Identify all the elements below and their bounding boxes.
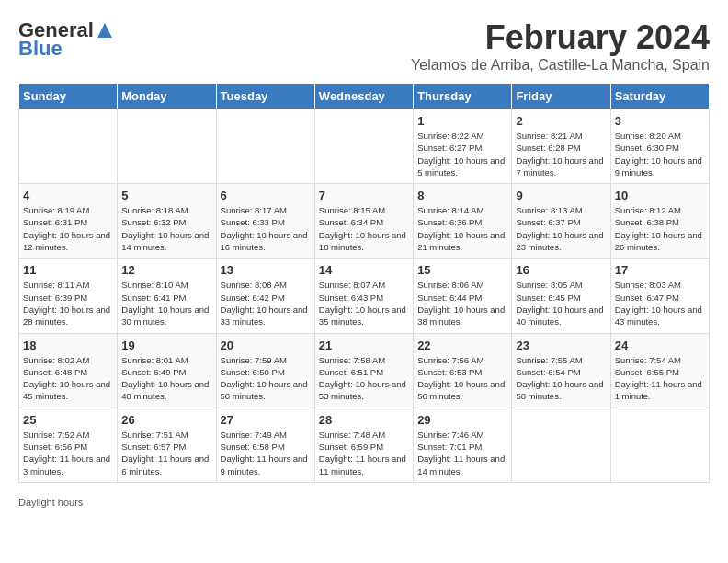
day-number: 15 — [417, 263, 507, 277]
calendar-cell: 18Sunrise: 8:02 AM Sunset: 6:48 PM Dayli… — [19, 333, 118, 408]
day-number: 25 — [23, 413, 113, 427]
day-number: 5 — [121, 189, 211, 202]
day-info: Sunrise: 7:49 AM Sunset: 6:58 PM Dayligh… — [221, 429, 311, 477]
day-info: Sunrise: 7:52 AM Sunset: 6:56 PM Dayligh… — [23, 429, 113, 477]
day-info: Sunrise: 8:02 AM Sunset: 6:48 PM Dayligh… — [23, 354, 113, 403]
week-row-4: 25Sunrise: 7:52 AM Sunset: 6:56 PM Dayli… — [19, 408, 710, 482]
calendar-cell — [610, 408, 709, 482]
calendar-cell: 25Sunrise: 7:52 AM Sunset: 6:56 PM Dayli… — [19, 408, 118, 482]
day-number: 4 — [23, 189, 113, 202]
calendar-cell: 28Sunrise: 7:48 AM Sunset: 6:59 PM Dayli… — [314, 408, 413, 482]
day-number: 20 — [221, 339, 311, 352]
day-number: 24 — [615, 339, 705, 352]
day-header-tuesday: Tuesday — [216, 84, 314, 109]
day-info: Sunrise: 8:12 AM Sunset: 6:38 PM Dayligh… — [615, 204, 705, 253]
week-row-3: 18Sunrise: 8:02 AM Sunset: 6:48 PM Dayli… — [19, 333, 710, 408]
day-number: 18 — [23, 339, 113, 352]
day-info: Sunrise: 8:11 AM Sunset: 6:39 PM Dayligh… — [23, 279, 113, 327]
day-number: 12 — [121, 263, 211, 277]
header: General Blue February 2024 Yelamos de Ar… — [9, 9, 719, 78]
week-row-0: 1Sunrise: 8:22 AM Sunset: 6:27 PM Daylig… — [19, 109, 710, 184]
week-row-1: 4Sunrise: 8:19 AM Sunset: 6:31 PM Daylig… — [19, 184, 710, 259]
day-number: 28 — [319, 413, 409, 427]
calendar-cell: 20Sunrise: 7:59 AM Sunset: 6:50 PM Dayli… — [216, 333, 314, 408]
calendar-cell: 22Sunrise: 7:56 AM Sunset: 6:53 PM Dayli… — [414, 333, 512, 408]
calendar-cell: 3Sunrise: 8:20 AM Sunset: 6:30 PM Daylig… — [610, 109, 709, 184]
calendar-cell: 27Sunrise: 7:49 AM Sunset: 6:58 PM Dayli… — [216, 408, 314, 482]
month-title: February 2024 — [411, 18, 710, 57]
calendar-cell: 5Sunrise: 8:18 AM Sunset: 6:32 PM Daylig… — [118, 184, 216, 259]
day-number: 19 — [121, 339, 211, 352]
calendar-cell: 17Sunrise: 8:03 AM Sunset: 6:47 PM Dayli… — [610, 259, 709, 333]
day-number: 16 — [516, 263, 606, 277]
day-number: 21 — [319, 339, 409, 352]
calendar-cell — [512, 408, 610, 482]
day-number: 6 — [221, 189, 311, 202]
day-info: Sunrise: 8:22 AM Sunset: 6:27 PM Dayligh… — [417, 130, 507, 178]
calendar-cell — [19, 109, 118, 184]
calendar-cell — [216, 109, 314, 184]
day-info: Sunrise: 8:19 AM Sunset: 6:31 PM Dayligh… — [23, 204, 113, 253]
day-info: Sunrise: 8:21 AM Sunset: 6:28 PM Dayligh… — [516, 130, 606, 178]
day-number: 26 — [121, 413, 211, 427]
day-header-monday: Monday — [118, 84, 216, 109]
daylight-hours-label: Daylight hours — [18, 497, 83, 508]
day-header-sunday: Sunday — [19, 84, 118, 109]
day-header-thursday: Thursday — [414, 84, 512, 109]
logo: General Blue — [18, 18, 114, 61]
calendar-cell: 9Sunrise: 8:13 AM Sunset: 6:37 PM Daylig… — [512, 184, 610, 259]
calendar-cell: 1Sunrise: 8:22 AM Sunset: 6:27 PM Daylig… — [414, 109, 512, 184]
svg-marker-0 — [97, 23, 112, 38]
calendar-table: SundayMondayTuesdayWednesdayThursdayFrid… — [18, 83, 710, 483]
calendar-cell — [118, 109, 216, 184]
day-info: Sunrise: 8:08 AM Sunset: 6:42 PM Dayligh… — [221, 279, 311, 327]
day-info: Sunrise: 7:54 AM Sunset: 6:55 PM Dayligh… — [615, 354, 705, 403]
day-number: 27 — [221, 413, 311, 427]
day-number: 10 — [615, 189, 705, 202]
calendar-cell: 2Sunrise: 8:21 AM Sunset: 6:28 PM Daylig… — [512, 109, 610, 184]
day-header-wednesday: Wednesday — [314, 84, 413, 109]
day-info: Sunrise: 7:58 AM Sunset: 6:51 PM Dayligh… — [319, 354, 409, 403]
logo-blue-text: Blue — [18, 37, 63, 61]
day-number: 22 — [417, 339, 507, 352]
calendar-cell: 6Sunrise: 8:17 AM Sunset: 6:33 PM Daylig… — [216, 184, 314, 259]
day-info: Sunrise: 7:48 AM Sunset: 6:59 PM Dayligh… — [319, 429, 409, 477]
calendar-cell: 4Sunrise: 8:19 AM Sunset: 6:31 PM Daylig… — [19, 184, 118, 259]
day-info: Sunrise: 8:15 AM Sunset: 6:34 PM Dayligh… — [319, 204, 409, 253]
day-number: 14 — [319, 263, 409, 277]
calendar-cell: 7Sunrise: 8:15 AM Sunset: 6:34 PM Daylig… — [314, 184, 413, 259]
calendar-cell: 10Sunrise: 8:12 AM Sunset: 6:38 PM Dayli… — [610, 184, 709, 259]
day-info: Sunrise: 7:56 AM Sunset: 6:53 PM Dayligh… — [417, 354, 507, 403]
calendar-cell: 13Sunrise: 8:08 AM Sunset: 6:42 PM Dayli… — [216, 259, 314, 333]
day-info: Sunrise: 8:01 AM Sunset: 6:49 PM Dayligh… — [121, 354, 211, 403]
day-info: Sunrise: 7:59 AM Sunset: 6:50 PM Dayligh… — [221, 354, 311, 403]
day-number: 1 — [417, 114, 507, 128]
day-info: Sunrise: 8:14 AM Sunset: 6:36 PM Dayligh… — [417, 204, 507, 253]
logo-icon — [96, 21, 114, 40]
day-number: 13 — [221, 263, 311, 277]
calendar-cell — [314, 109, 413, 184]
day-header-saturday: Saturday — [610, 84, 709, 109]
calendar-cell: 8Sunrise: 8:14 AM Sunset: 6:36 PM Daylig… — [414, 184, 512, 259]
day-number: 9 — [516, 189, 606, 202]
calendar-cell: 24Sunrise: 7:54 AM Sunset: 6:55 PM Dayli… — [610, 333, 709, 408]
location-title: Yelamos de Arriba, Castille-La Mancha, S… — [411, 57, 710, 74]
calendar-cell: 26Sunrise: 7:51 AM Sunset: 6:57 PM Dayli… — [118, 408, 216, 482]
day-info: Sunrise: 8:03 AM Sunset: 6:47 PM Dayligh… — [615, 279, 705, 327]
day-number: 29 — [417, 413, 507, 427]
day-number: 8 — [417, 189, 507, 202]
day-header-friday: Friday — [512, 84, 610, 109]
day-number: 23 — [516, 339, 606, 352]
calendar-cell: 15Sunrise: 8:06 AM Sunset: 6:44 PM Dayli… — [414, 259, 512, 333]
calendar-cell: 23Sunrise: 7:55 AM Sunset: 6:54 PM Dayli… — [512, 333, 610, 408]
day-info: Sunrise: 8:18 AM Sunset: 6:32 PM Dayligh… — [121, 204, 211, 253]
day-info: Sunrise: 8:05 AM Sunset: 6:45 PM Dayligh… — [516, 279, 606, 327]
footer-note: Daylight hours — [9, 492, 719, 512]
days-header-row: SundayMondayTuesdayWednesdayThursdayFrid… — [19, 84, 710, 109]
calendar-cell: 12Sunrise: 8:10 AM Sunset: 6:41 PM Dayli… — [118, 259, 216, 333]
day-info: Sunrise: 8:20 AM Sunset: 6:30 PM Dayligh… — [615, 130, 705, 178]
day-info: Sunrise: 7:46 AM Sunset: 7:01 PM Dayligh… — [417, 429, 507, 477]
title-area: February 2024 Yelamos de Arriba, Castill… — [411, 18, 710, 74]
day-info: Sunrise: 7:51 AM Sunset: 6:57 PM Dayligh… — [121, 429, 211, 477]
day-info: Sunrise: 8:17 AM Sunset: 6:33 PM Dayligh… — [221, 204, 311, 253]
